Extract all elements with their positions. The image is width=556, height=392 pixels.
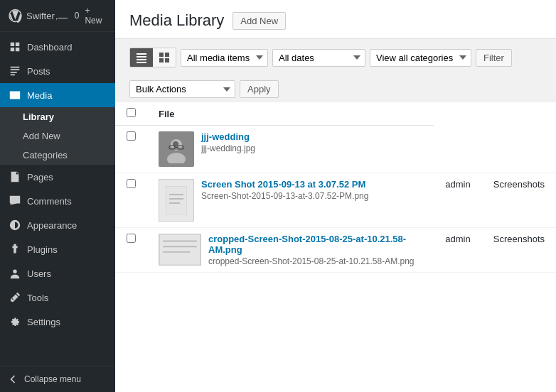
author-cell: admin <box>434 228 481 273</box>
comments-count: 0 <box>75 11 80 21</box>
new-link[interactable]: + New <box>85 6 107 26</box>
sidebar-item-plugins[interactable]: Plugins <box>0 237 115 261</box>
svg-rect-5 <box>137 62 146 63</box>
svg-rect-20 <box>166 186 187 214</box>
appearance-icon <box>9 219 21 232</box>
sidebar-item-media[interactable]: Media <box>0 83 115 107</box>
row-checkbox[interactable] <box>127 131 136 141</box>
sidebar-item-label: Tools <box>27 293 48 303</box>
bulk-actions-select[interactable]: Bulk Actions Delete Permanently <box>129 80 235 98</box>
person-avatar <box>162 135 191 163</box>
sidebar-item-label: Comments <box>27 196 72 207</box>
category-filter[interactable]: View all categories No categories Avatar… <box>370 49 471 67</box>
sidebar-item-label: Pages <box>27 172 53 183</box>
collapse-icon <box>9 374 20 385</box>
sidebar-item-label: Dashboard <box>27 42 73 53</box>
sidebar-item-posts[interactable]: Posts <box>0 59 115 83</box>
dashboard-icon <box>9 40 21 53</box>
sidebar-submenu-media: Library Add New Categories <box>0 107 115 165</box>
row-checkbox-cell <box>115 173 147 228</box>
bulk-actions-row: Bulk Actions Delete Permanently Apply <box>115 76 556 102</box>
file-link[interactable]: jjj-wedding <box>201 131 250 142</box>
category-filter-wrapper: View all categories No categories Avatar… <box>370 49 471 67</box>
sidebar-item-dashboard[interactable]: Dashboard <box>0 35 115 59</box>
media-type-filter[interactable]: All media items Images Audio Video Docum… <box>181 49 268 67</box>
sidebar-subitem-categories[interactable]: Categories <box>0 146 115 165</box>
sidebar-item-label: Media <box>27 90 52 101</box>
apply-button[interactable]: Apply <box>240 80 279 98</box>
categories-cell[interactable]: Screenshots <box>482 173 556 228</box>
view-toggle <box>129 48 176 67</box>
comment-icon[interactable]: 0 <box>55 9 80 23</box>
col-select-all <box>115 102 147 126</box>
media-table: File <box>115 102 556 273</box>
file-link[interactable]: cropped-Screen-Shot-2015-08-25-at-10.21.… <box>208 234 406 255</box>
sidebar-item-users[interactable]: Users <box>0 261 115 285</box>
collapse-label: Collapse menu <box>24 374 81 384</box>
date-filter[interactable]: All dates January 2016 September 2015 Au… <box>272 49 365 67</box>
file-link[interactable]: Screen Shot 2015-09-13 at 3.07.52 PM <box>201 179 365 190</box>
thumbnail <box>159 179 194 222</box>
site-name: Swifter <box>26 11 55 21</box>
file-info: jjj-wedding jjj-wedding.jpg <box>201 131 255 153</box>
filter-button[interactable]: Filter <box>476 49 512 67</box>
col-file-header: File <box>147 102 434 126</box>
thumbnail <box>159 234 201 266</box>
svg-point-1 <box>13 270 16 273</box>
svg-rect-24 <box>159 234 200 265</box>
tools-icon <box>9 291 21 304</box>
sidebar-item-label: Appearance <box>27 220 77 231</box>
file-cell: cropped-Screen-Shot-2015-08-25-at-10.21.… <box>147 228 434 273</box>
list-view-icon <box>136 52 147 63</box>
grid-view-button[interactable] <box>153 48 176 67</box>
page-title: Media Library <box>129 11 224 30</box>
media-icon <box>9 89 21 102</box>
author-cell: admin <box>434 173 481 228</box>
file-subtitle: cropped-Screen-Shot-2015-08-25-at-10.21.… <box>208 256 422 266</box>
row-checkbox[interactable] <box>127 234 136 243</box>
table-row: jjj-wedding jjj-wedding.jpg <box>115 126 556 173</box>
categories-cell[interactable]: Screenshots <box>482 228 556 273</box>
svg-rect-9 <box>165 58 169 62</box>
sidebar-menu: Dashboard Posts Media Library Add New Ca… <box>0 32 115 366</box>
sidebar-item-tools[interactable]: Tools <box>0 285 115 310</box>
file-info: cropped-Screen-Shot-2015-08-25-at-10.21.… <box>208 234 422 266</box>
row-checkbox-cell <box>115 126 147 173</box>
table-row: cropped-Screen-Shot-2015-08-25-at-10.21.… <box>115 228 556 273</box>
svg-rect-2 <box>137 53 146 55</box>
sidebar-item-pages[interactable]: Pages <box>0 165 115 189</box>
table-row: Screen Shot 2015-09-13 at 3.07.52 PM Scr… <box>115 173 556 228</box>
settings-icon <box>9 315 21 328</box>
svg-rect-7 <box>165 53 169 57</box>
svg-rect-6 <box>159 53 164 57</box>
wordpress-icon <box>9 9 22 23</box>
svg-rect-4 <box>137 59 146 60</box>
thumbnail <box>159 131 194 167</box>
file-info: Screen Shot 2015-09-13 at 3.07.52 PM Scr… <box>201 179 368 201</box>
sidebar-item-label: Settings <box>27 317 60 327</box>
sidebar-subitem-library[interactable]: Library <box>0 107 115 126</box>
pages-icon <box>9 170 21 183</box>
file-subtitle: jjj-wedding.jpg <box>201 143 255 153</box>
svg-rect-3 <box>137 56 146 58</box>
select-all-checkbox[interactable] <box>127 108 136 117</box>
add-new-button[interactable]: Add New <box>232 12 286 30</box>
row-checkbox[interactable] <box>127 179 136 188</box>
sidebar-item-appearance[interactable]: Appearance <box>0 213 115 237</box>
main-content: Media Library Add New All media items Im… <box>115 0 556 392</box>
posts-icon <box>9 65 21 77</box>
row-checkbox-cell <box>115 228 147 273</box>
sidebar-item-settings[interactable]: Settings <box>0 310 115 334</box>
sidebar-item-comments[interactable]: Comments <box>0 189 115 213</box>
grid-view-icon <box>159 52 170 63</box>
sidebar-subitem-add-new[interactable]: Add New <box>0 126 115 146</box>
list-view-button[interactable] <box>130 48 153 67</box>
sidebar-collapse-btn[interactable]: Collapse menu <box>0 366 115 392</box>
toolbar: All media items Images Audio Video Docum… <box>115 39 556 76</box>
sidebar-logo-bar: Swifter 0 + New <box>0 0 115 32</box>
comments-icon <box>9 195 21 207</box>
file-cell: Screen Shot 2015-09-13 at 3.07.52 PM Scr… <box>147 173 434 228</box>
users-icon <box>9 267 21 280</box>
sidebar-item-label: Posts <box>27 66 50 77</box>
document-icon <box>159 234 201 265</box>
